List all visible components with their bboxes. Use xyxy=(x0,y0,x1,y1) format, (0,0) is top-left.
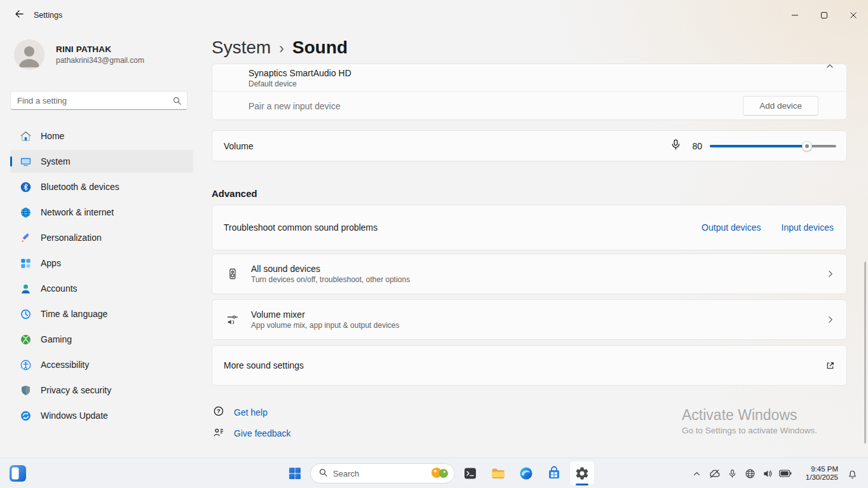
sidebar-item-apps[interactable]: Apps xyxy=(10,252,193,274)
battery-icon xyxy=(779,470,792,477)
output-devices-link[interactable]: Output devices xyxy=(702,222,761,233)
find-setting-searchbox xyxy=(10,91,187,110)
volume-button[interactable] xyxy=(759,461,776,486)
troubleshoot-links: Output devices Input devices xyxy=(702,222,834,233)
sidebar-item-label: Accounts xyxy=(41,283,78,294)
user-profile[interactable]: RINI PATHAK pathakrini343@gmail.com xyxy=(14,39,144,70)
add-device-button[interactable]: Add device xyxy=(743,96,818,116)
volume-mixer-row[interactable]: Volume mixer App volume mix, app input &… xyxy=(212,299,847,340)
input-devices-link[interactable]: Input devices xyxy=(782,222,834,233)
breadcrumb-system[interactable]: System xyxy=(212,37,271,58)
system-icon xyxy=(19,155,32,168)
taskbar-app-edge[interactable] xyxy=(513,461,539,486)
all-sound-devices-title: All sound devices xyxy=(251,264,410,274)
chevron-right-icon xyxy=(826,269,835,278)
screen: Settings RINI PATHAK xyxy=(0,0,868,488)
sound-device-icon xyxy=(225,268,240,280)
clock[interactable]: 9:45 PM 1/30/2025 xyxy=(797,465,838,482)
sidebar-item-gaming[interactable]: Gaming xyxy=(10,328,193,351)
back-arrow-icon xyxy=(14,9,24,22)
network-button[interactable] xyxy=(741,461,759,486)
home-icon xyxy=(19,130,32,142)
taskbar-app-terminal[interactable] xyxy=(458,461,483,486)
input-device-row[interactable]: Synaptics SmartAudio HD Default device xyxy=(212,64,846,92)
pair-device-row: Pair a new input device Add device xyxy=(212,92,846,120)
sidebar-item-label: Home xyxy=(41,131,64,141)
sidebar-item-accounts[interactable]: Accounts xyxy=(10,277,193,300)
help-icon: ? xyxy=(213,405,224,419)
svg-text:?: ? xyxy=(217,407,220,414)
sidebar-item-privacy-security[interactable]: Privacy & security xyxy=(10,379,193,402)
volume-mixer-title: Volume mixer xyxy=(251,309,399,320)
troubleshoot-card: Troubleshoot common sound problems Outpu… xyxy=(212,205,847,250)
chevron-up-icon xyxy=(825,64,835,74)
all-sound-devices-row[interactable]: All sound devices Turn devices on/off, t… xyxy=(212,254,847,294)
sidebar-item-label: Gaming xyxy=(41,334,72,344)
personalization-icon xyxy=(19,231,32,244)
maximize-button[interactable] xyxy=(810,0,839,30)
close-icon xyxy=(850,11,857,19)
user-name: RINI PATHAK xyxy=(56,44,144,54)
watermark-title: Activate Windows xyxy=(682,407,817,424)
taskbar-search-input[interactable] xyxy=(333,469,423,478)
give-feedback-label: Give feedback xyxy=(234,428,291,438)
scrollbar[interactable] xyxy=(864,262,866,444)
slider-thumb[interactable] xyxy=(802,141,812,151)
clock-icon xyxy=(19,308,32,320)
taskbar: 9:45 PM 1/30/2025 xyxy=(0,458,868,488)
back-button[interactable] xyxy=(6,3,32,28)
sidebar-item-system[interactable]: System xyxy=(10,150,193,173)
slider-fill xyxy=(710,145,807,147)
accessibility-icon xyxy=(19,358,32,371)
search-icon xyxy=(318,468,328,480)
settings-window: Settings RINI PATHAK xyxy=(0,0,868,458)
taskbar-app-store[interactable] xyxy=(541,461,567,486)
taskbar-search[interactable] xyxy=(310,463,455,484)
sidebar-item-label: Time & language xyxy=(41,309,107,319)
windows-logo-icon xyxy=(287,466,302,481)
battery-button[interactable] xyxy=(776,461,794,486)
sidebar-nav: Home System Bluetooth & devices Network … xyxy=(0,125,203,430)
taskbar-center xyxy=(282,461,595,486)
sidebar-item-accessibility[interactable]: Accessibility xyxy=(10,353,193,376)
close-button[interactable] xyxy=(839,0,868,30)
watermark-subtitle: Go to Settings to activate Windows. xyxy=(682,426,817,435)
shield-icon xyxy=(19,384,32,396)
sidebar-item-time-language[interactable]: Time & language xyxy=(10,302,193,325)
external-link-icon xyxy=(825,361,835,370)
volume-slider[interactable] xyxy=(710,141,836,151)
sidebar-item-network-internet[interactable]: Network & internet xyxy=(10,201,193,224)
more-sound-settings-row[interactable]: More sound settings xyxy=(212,345,847,386)
breadcrumb: System › Sound xyxy=(212,37,348,58)
store-icon xyxy=(546,466,562,481)
minimize-icon xyxy=(791,11,799,19)
search-input[interactable] xyxy=(11,92,187,109)
chevron-up-icon xyxy=(692,469,702,478)
sidebar-item-label: Apps xyxy=(41,258,61,268)
main-content: System › Sound Synaptics SmartAudio HD D… xyxy=(212,30,847,458)
update-icon xyxy=(19,409,32,422)
taskbar-app-file-explorer[interactable] xyxy=(485,461,511,486)
apps-icon xyxy=(19,257,32,269)
activate-windows-watermark: Activate Windows Go to Settings to activ… xyxy=(682,407,817,435)
start-button[interactable] xyxy=(282,461,308,486)
get-help-link[interactable]: ? Get help xyxy=(213,405,268,419)
tray-microphone-button[interactable] xyxy=(723,461,741,486)
volume-mixer-text: Volume mixer App volume mix, app input &… xyxy=(251,309,399,330)
give-feedback-link[interactable]: Give feedback xyxy=(213,426,291,440)
onedrive-button[interactable] xyxy=(705,461,723,486)
taskbar-app-settings[interactable] xyxy=(569,461,595,486)
microphone-icon xyxy=(728,469,737,478)
pair-device-label: Pair a new input device xyxy=(248,101,341,111)
tray-chevron-button[interactable] xyxy=(688,461,705,486)
sidebar-item-bluetooth-devices[interactable]: Bluetooth & devices xyxy=(10,175,193,198)
minimize-button[interactable] xyxy=(780,0,810,30)
sidebar-item-personalization[interactable]: Personalization xyxy=(10,226,193,249)
chevron-right-icon xyxy=(826,315,835,324)
widgets-icon xyxy=(9,464,27,482)
bluetooth-icon xyxy=(19,180,32,193)
sidebar-item-windows-update[interactable]: Windows Update xyxy=(10,404,193,427)
sidebar-item-home[interactable]: Home xyxy=(10,125,193,147)
notifications-button[interactable] xyxy=(841,461,863,486)
widgets-button[interactable] xyxy=(6,462,29,485)
